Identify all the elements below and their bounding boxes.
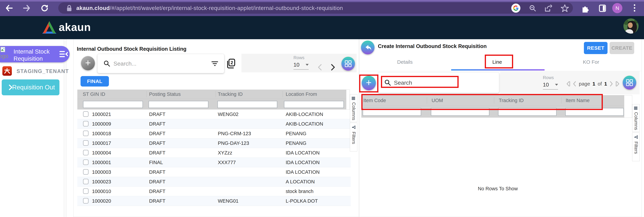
prev-page-icon[interactable] — [573, 81, 576, 87]
sidebar-item-label: Requisition Out — [12, 84, 55, 91]
screen: akaun.cloud/#/applet/tnt/wavelet/erp/int… — [0, 0, 644, 217]
extensions-puzzle-icon[interactable] — [581, 5, 589, 13]
back-icon[interactable] — [5, 4, 13, 12]
filters-side-tab[interactable]: Filters — [350, 123, 357, 151]
row-checkbox[interactable] — [83, 140, 88, 146]
page-value: 1 — [592, 81, 595, 87]
cell-id: 1000021 — [92, 110, 111, 119]
browser-profile-avatar[interactable]: N — [612, 3, 622, 13]
table-row[interactable]: 1000020 DRAFT WENG01 L-POLKA DOT — [77, 196, 351, 206]
column-header[interactable]: Location From — [286, 90, 317, 99]
table-row[interactable]: 1000023 DRAFT A LOCATION — [77, 177, 351, 186]
svg-text:2: 2 — [230, 60, 233, 65]
filter-list-icon[interactable] — [212, 61, 218, 66]
row-checkbox[interactable] — [83, 169, 88, 175]
cell-location: AKIB-LOCATION — [286, 119, 323, 129]
user-avatar[interactable] — [624, 19, 638, 34]
listing-rows-per-page[interactable]: Rows 10 — [294, 55, 314, 70]
dropdown-caret-icon — [555, 84, 558, 86]
filter-funnel-icon — [634, 135, 638, 139]
table-row[interactable]: 1000010 DRAFT stock branch — [77, 186, 351, 196]
row-checkbox[interactable] — [83, 121, 88, 126]
final-filter-button[interactable]: FINAL — [80, 76, 109, 87]
filter-input-tracking-id[interactable] — [218, 101, 277, 108]
row-checkbox[interactable] — [83, 198, 88, 203]
create-button[interactable]: CREATE — [610, 42, 634, 54]
cell-id: 1000023 — [92, 177, 111, 186]
cell-id: 1000001 — [92, 158, 111, 167]
reload-icon[interactable] — [40, 4, 49, 12]
columns-icon — [634, 107, 638, 110]
tab-ko-for[interactable]: KO For — [583, 59, 599, 65]
first-page-icon[interactable] — [566, 81, 570, 87]
cell-status: DRAFT — [149, 129, 166, 138]
column-header[interactable]: Tracking ID — [218, 90, 243, 99]
sidebar-item-internal-stock-requisition[interactable]: ogo Internal Stock Requisition — [0, 46, 70, 62]
akaun-logo-icon — [42, 21, 57, 35]
column-header[interactable]: Posting Status — [149, 90, 181, 99]
filter-input-posting-status[interactable] — [148, 101, 208, 108]
cell-status: DRAFT — [149, 196, 166, 206]
lock-icon — [66, 5, 72, 12]
cell-tracking: WENG01 — [218, 196, 238, 206]
forward-icon[interactable] — [23, 4, 31, 12]
table-row[interactable]: 1000018 DRAFT PNG-CRM-123 PENANG — [77, 129, 351, 138]
row-checkbox[interactable] — [83, 131, 88, 136]
side-panel-icon[interactable] — [599, 5, 606, 12]
google-icon[interactable] — [511, 4, 520, 13]
listing-title: Internal Outbound Stock Requisition List… — [77, 46, 186, 52]
back-button[interactable] — [361, 41, 374, 54]
line-rows-per-page[interactable]: Rows 10 — [543, 75, 563, 90]
share-icon[interactable] — [544, 5, 552, 12]
tenant-logo-icon[interactable] — [2, 66, 12, 76]
cell-id: 1000009 — [92, 119, 111, 129]
listing-search-input[interactable] — [113, 60, 212, 67]
listing-next-page-icon[interactable] — [330, 64, 336, 71]
row-checkbox[interactable] — [83, 150, 88, 155]
active-tab-indicator — [451, 69, 544, 71]
add-record-button[interactable]: + — [81, 56, 95, 70]
grid-icon — [626, 79, 633, 86]
cell-id: 1000003 — [92, 167, 111, 177]
column-header[interactable]: ST GIN ID — [83, 90, 105, 99]
browser-menu-icon[interactable] — [634, 4, 636, 12]
rows-value: 10 — [294, 62, 300, 68]
columns-side-tab[interactable]: Columns — [632, 104, 640, 132]
broken-image-icon — [0, 47, 6, 53]
collapse-menu-icon[interactable] — [60, 50, 68, 58]
app-header: akaun — [0, 16, 644, 39]
table-row[interactable]: 1000004 DRAFT XYZzz IDA LOCATION — [77, 148, 351, 158]
table-row[interactable]: 1000017 DRAFT PNG-DAY-123 PENANG — [77, 138, 351, 148]
listing-prev-page-icon[interactable] — [317, 64, 322, 71]
row-checkbox[interactable] — [83, 179, 88, 184]
listing-search-box[interactable] — [98, 54, 224, 73]
sidebar-scrollbar[interactable] — [64, 39, 67, 217]
reset-button[interactable]: RESET — [584, 42, 608, 54]
row-checkbox[interactable] — [83, 111, 88, 117]
filters-side-tab[interactable]: Filters — [632, 132, 640, 161]
columns-side-tab[interactable]: Columns — [350, 94, 357, 122]
filter-input-location-from[interactable] — [284, 101, 344, 108]
rows-value: 10 — [543, 82, 549, 88]
zoom-icon[interactable] — [529, 5, 536, 12]
bookmark-star-icon[interactable] — [560, 4, 569, 13]
pages-copy-icon[interactable]: 2 — [226, 59, 236, 69]
of-label: of — [598, 81, 602, 87]
filter-input-st-gin-id[interactable] — [83, 101, 143, 108]
tab-details[interactable]: Details — [397, 59, 413, 65]
table-row[interactable]: 1000001 FINAL XXX777 IDA LOCATION — [77, 158, 351, 167]
create-title: Create Internal Outbound Stock Requisiti… — [378, 43, 487, 49]
listing-grid-view-button[interactable] — [342, 57, 355, 71]
table-row[interactable]: 1000009 DRAFT AKIB-LOCATION — [77, 119, 351, 129]
row-checkbox[interactable] — [83, 188, 88, 194]
sidebar-item-requisition-out[interactable]: Requisition Out — [2, 79, 60, 95]
plus-icon: + — [85, 58, 91, 68]
row-checkbox[interactable] — [83, 159, 88, 165]
listing-header-row[interactable]: ST GIN ID Posting Status Tracking ID Loc… — [77, 90, 346, 99]
table-row[interactable]: 1000003 DRAFT IDA LOCATION — [77, 167, 351, 177]
cell-location: A LOCATION — [286, 177, 315, 186]
next-page-icon[interactable] — [610, 81, 613, 87]
line-grid-view-button[interactable] — [623, 76, 636, 90]
last-page-icon[interactable] — [616, 81, 620, 87]
table-row[interactable]: 1000021 DRAFT WENG02 AKIB-LOCATION — [77, 110, 351, 119]
